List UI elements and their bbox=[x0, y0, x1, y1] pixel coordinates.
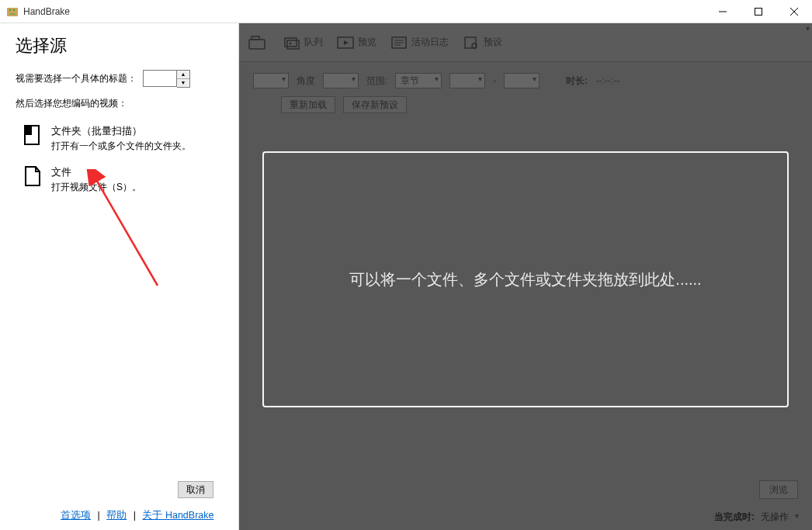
toolbar-item-log[interactable]: 活动日志 bbox=[386, 31, 453, 54]
window-maximize-button[interactable] bbox=[741, 0, 776, 23]
svg-point-2 bbox=[13, 9, 16, 11]
file-icon bbox=[23, 165, 42, 187]
source-option-folder-title: 文件夹（批量扫描） bbox=[51, 124, 191, 139]
toolbar-item-preview[interactable]: 预览 bbox=[332, 31, 381, 54]
main-toolbar: 队列 预览 活动日志 预设 bbox=[239, 23, 812, 62]
range-type-combo[interactable]: 章节 bbox=[395, 73, 442, 88]
when-done-combo[interactable]: 无操作 bbox=[761, 511, 801, 524]
range-dash: - bbox=[493, 75, 496, 86]
queue-icon bbox=[283, 36, 300, 50]
title-number-input[interactable] bbox=[143, 70, 177, 87]
source-option-folder-desc: 打开有一个或多个文件的文件夹。 bbox=[51, 139, 191, 153]
source-option-file[interactable]: 文件 打开视频文件（S）。 bbox=[16, 161, 223, 202]
preset-actions-row: 重新加载 保存新预设 bbox=[239, 88, 812, 121]
dropzone-text: 可以将一个文件、多个文件或文件夹拖放到此处...... bbox=[349, 269, 701, 290]
toolbar-label: 预设 bbox=[484, 36, 502, 49]
source-option-file-title: 文件 bbox=[51, 165, 141, 180]
svg-rect-11 bbox=[249, 40, 265, 49]
range-end-combo[interactable] bbox=[504, 73, 540, 88]
then-select-label: 然后选择您想编码的视频： bbox=[16, 97, 223, 110]
window-close-button[interactable] bbox=[776, 0, 812, 23]
svg-rect-3 bbox=[9, 13, 16, 15]
source-option-file-desc: 打开视频文件（S）。 bbox=[51, 180, 141, 194]
svg-rect-0 bbox=[7, 8, 18, 16]
source-option-folder[interactable]: 文件夹（批量扫描） 打开有一个或多个文件的文件夹。 bbox=[16, 120, 223, 161]
spinner-down-icon[interactable]: ▼ bbox=[177, 79, 189, 88]
toolbar-label: 活动日志 bbox=[411, 36, 449, 49]
window-minimize-button[interactable] bbox=[705, 0, 741, 23]
preset-icon bbox=[463, 36, 480, 50]
app-icon bbox=[6, 5, 19, 18]
title-settings-row: 角度 范围: 章节 - 时长: --:--:-- bbox=[239, 62, 812, 88]
svg-point-15 bbox=[290, 42, 292, 44]
browse-button[interactable]: 浏览 bbox=[759, 480, 798, 499]
status-bar: 当完成时: 无操作 bbox=[714, 511, 801, 524]
range-label: 范围: bbox=[366, 74, 387, 88]
save-new-preset-button[interactable]: 保存新预设 bbox=[343, 96, 407, 113]
preferences-link[interactable]: 首选项 bbox=[61, 510, 91, 521]
toolbar-item-preset[interactable]: 预设 bbox=[458, 31, 507, 54]
svg-rect-5 bbox=[755, 8, 762, 15]
svg-point-1 bbox=[9, 9, 12, 11]
dropzone[interactable]: 可以将一个文件、多个文件或文件夹拖放到此处...... bbox=[262, 151, 789, 407]
reload-button[interactable]: 重新加载 bbox=[281, 96, 335, 113]
source-selection-panel: 选择源 视需要选择一个具体的标题： ▲ ▼ 然后选择您想编码的视频： bbox=[0, 23, 239, 530]
title-combo[interactable] bbox=[253, 73, 289, 88]
about-link[interactable]: 关于 HandBrake bbox=[142, 510, 213, 521]
window-title: HandBrake bbox=[23, 6, 705, 17]
when-done-label: 当完成时: bbox=[714, 511, 755, 524]
duration-value: --:--:-- bbox=[595, 75, 619, 86]
footer-links: 首选项 | 帮助 | 关于 HandBrake bbox=[0, 509, 223, 522]
angle-combo[interactable] bbox=[323, 73, 359, 88]
spinner-buttons[interactable]: ▲ ▼ bbox=[177, 70, 190, 88]
preview-icon bbox=[337, 36, 354, 50]
svg-rect-12 bbox=[252, 36, 259, 40]
svg-rect-9 bbox=[25, 126, 32, 135]
range-start-combo[interactable] bbox=[449, 73, 485, 88]
help-link[interactable]: 帮助 bbox=[106, 510, 127, 521]
title-number-spinner[interactable]: ▲ ▼ bbox=[143, 70, 190, 88]
log-icon bbox=[390, 36, 408, 50]
cancel-button[interactable]: 取消 bbox=[178, 481, 213, 498]
source-heading: 选择源 bbox=[16, 34, 223, 57]
title-pick-row: 视需要选择一个具体的标题： ▲ ▼ bbox=[16, 70, 223, 88]
folder-batch-icon bbox=[23, 124, 42, 146]
titlebar: HandBrake bbox=[0, 0, 812, 23]
duration-label: 时长: bbox=[566, 74, 588, 88]
toolbar-label: 队列 bbox=[304, 36, 323, 49]
toolbar-item-source[interactable] bbox=[244, 31, 274, 54]
toolbar-item-queue[interactable]: 队列 bbox=[279, 31, 328, 54]
spinner-up-icon[interactable]: ▲ bbox=[177, 71, 189, 79]
toolbar-label: 预览 bbox=[358, 36, 377, 49]
source-icon bbox=[248, 36, 265, 50]
main-area-dimmed: 队列 预览 活动日志 预设 角度 bbox=[239, 23, 812, 530]
angle-label: 角度 bbox=[297, 74, 315, 88]
title-pick-label: 视需要选择一个具体的标题： bbox=[16, 72, 137, 85]
svg-rect-21 bbox=[465, 37, 476, 48]
